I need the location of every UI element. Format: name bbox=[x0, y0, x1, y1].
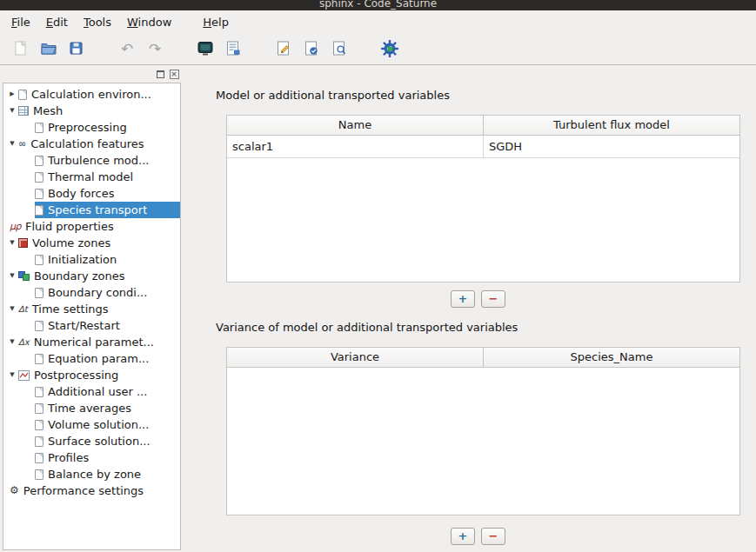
column-header-variance[interactable]: Variance bbox=[227, 348, 484, 367]
variance-table-buttons: + − bbox=[216, 528, 740, 545]
tree-item-calculation-features[interactable]: ▼ ∞ Calculation features bbox=[3, 136, 180, 152]
tree-item-postprocessing[interactable]: ▼ Postprocessing bbox=[3, 367, 180, 383]
models-section-title: Model or additional transported variable… bbox=[216, 89, 740, 103]
dock-close-button[interactable]: × bbox=[169, 69, 179, 79]
tree-item-surface-solution[interactable]: Surface solution... bbox=[3, 433, 180, 449]
calculation-features-icon: ∞ bbox=[18, 139, 26, 150]
tree-item-body-forces[interactable]: Body forces bbox=[3, 185, 180, 202]
tree-item-additional-user-arrays[interactable]: Additional user ... bbox=[3, 383, 180, 400]
cell-turbulent-flux-model[interactable]: SGDH bbox=[483, 136, 739, 157]
chevron-down-icon[interactable]: ▼ bbox=[6, 235, 18, 251]
models-table-buttons: + − bbox=[216, 290, 740, 308]
tree-item-volume-solution[interactable]: Volume solution... bbox=[3, 416, 180, 433]
tree-item-preprocessing[interactable]: Preprocessing bbox=[3, 119, 180, 136]
tree-item-equation-parameters[interactable]: Equation param... bbox=[3, 350, 180, 367]
column-header-species-name[interactable]: Species_Name bbox=[484, 348, 739, 367]
page-icon bbox=[35, 403, 43, 414]
run-gear-icon bbox=[380, 39, 399, 58]
page-icon bbox=[35, 420, 43, 430]
tree-item-initialization[interactable]: Initialization bbox=[3, 251, 180, 268]
chart-icon bbox=[18, 370, 30, 381]
tree-item-start-restart[interactable]: Start/Restart bbox=[3, 317, 180, 334]
tree-item-volume-zones[interactable]: ▼ Volume zones bbox=[3, 235, 180, 251]
redo-button[interactable]: ↷ bbox=[141, 37, 169, 62]
window-titlebar: sphinx - Code_Saturne bbox=[0, 0, 756, 10]
chevron-down-icon[interactable]: ▼ bbox=[6, 334, 18, 350]
menu-window[interactable]: Window bbox=[119, 13, 179, 31]
add-variance-button[interactable]: + bbox=[451, 528, 475, 545]
remove-variance-button[interactable]: − bbox=[481, 528, 505, 545]
dock-float-button[interactable] bbox=[155, 69, 165, 79]
save-file-button[interactable] bbox=[63, 37, 90, 62]
page-icon bbox=[35, 189, 43, 199]
tree-item-mesh[interactable]: ▼ Mesh bbox=[3, 103, 180, 119]
table-row[interactable]: scalar1 SGDH bbox=[227, 136, 739, 158]
page-icon bbox=[35, 387, 43, 397]
edit-document-button[interactable] bbox=[270, 37, 298, 62]
view-document-button[interactable] bbox=[219, 37, 247, 62]
page-icon bbox=[35, 321, 43, 331]
page-icon bbox=[35, 469, 43, 480]
page-icon bbox=[18, 90, 27, 100]
page-icon bbox=[35, 156, 43, 166]
mesh-grid-icon bbox=[18, 106, 29, 116]
menu-tools[interactable]: Tools bbox=[76, 13, 119, 31]
variance-table-header: Variance Species_Name bbox=[227, 348, 739, 368]
column-header-turbulent-flux-model[interactable]: Turbulent flux model bbox=[484, 116, 739, 135]
menu-bar: File Edit Tools Window Help bbox=[0, 10, 756, 33]
save-icon bbox=[67, 39, 86, 58]
undo-icon: ↶ bbox=[121, 42, 133, 57]
chevron-down-icon[interactable]: ▼ bbox=[6, 136, 18, 152]
remove-species-button[interactable]: − bbox=[481, 290, 505, 308]
variance-table-body bbox=[227, 368, 739, 515]
delta-t-icon: Δt bbox=[18, 304, 28, 315]
chevron-down-icon[interactable]: ▼ bbox=[6, 367, 18, 383]
add-species-button[interactable]: + bbox=[451, 290, 475, 308]
column-header-name[interactable]: Name bbox=[227, 116, 484, 135]
tool-bar: ↶ ↷ bbox=[0, 33, 756, 65]
menu-help[interactable]: Help bbox=[195, 13, 237, 31]
float-icon bbox=[157, 70, 164, 78]
tree-item-species-transport[interactable]: Species transport bbox=[3, 202, 180, 218]
page-icon bbox=[35, 453, 43, 463]
page-icon bbox=[35, 354, 43, 364]
open-file-button[interactable] bbox=[35, 37, 63, 62]
tree-item-time-settings[interactable]: ▼ Δt Time settings bbox=[3, 301, 180, 317]
page-icon bbox=[35, 255, 43, 265]
display-monitor-button[interactable] bbox=[191, 37, 219, 62]
species-transport-panel: Model or additional transported variable… bbox=[184, 65, 756, 552]
boundary-zone-icon bbox=[18, 271, 30, 281]
tree-item-turbulence-model[interactable]: Turbulence mod... bbox=[3, 152, 180, 169]
tree-item-fluid-properties[interactable]: μρ Fluid properties bbox=[3, 218, 180, 235]
page-icon bbox=[35, 123, 43, 133]
new-file-button[interactable] bbox=[7, 37, 35, 62]
tree-item-numerical-parameters[interactable]: ▼ Δx Numerical paramet... bbox=[3, 334, 180, 350]
tree-item-profiles[interactable]: Profiles bbox=[3, 449, 180, 466]
tree-item-balance-by-zone[interactable]: Balance by zone bbox=[3, 466, 180, 482]
tree-item-thermal-model[interactable]: Thermal model bbox=[3, 169, 180, 185]
menu-edit[interactable]: Edit bbox=[38, 13, 76, 31]
window-title: sphinx - Code_Saturne bbox=[319, 0, 437, 10]
search-document-button[interactable] bbox=[325, 37, 353, 62]
tree-item-time-averages[interactable]: Time averages bbox=[3, 400, 180, 416]
models-table-header: Name Turbulent flux model bbox=[227, 116, 739, 136]
page-icon bbox=[35, 205, 43, 216]
chevron-down-icon[interactable]: ▼ bbox=[6, 301, 18, 317]
cell-scalar-name[interactable]: scalar1 bbox=[227, 136, 483, 157]
fluid-properties-icon: μρ bbox=[10, 222, 21, 232]
tree-item-boundary-zones[interactable]: ▼ Boundary zones bbox=[3, 268, 180, 284]
tree-item-calculation-environment[interactable]: ▶ Calculation environ... bbox=[3, 86, 180, 103]
undo-button[interactable]: ↶ bbox=[113, 37, 141, 62]
chevron-down-icon[interactable]: ▼ bbox=[6, 268, 18, 284]
menu-file[interactable]: File bbox=[3, 13, 38, 31]
close-icon: × bbox=[170, 70, 179, 79]
tree-item-performance-settings[interactable]: ⚙ Performance settings bbox=[3, 482, 180, 499]
models-table: Name Turbulent flux model scalar1 SGDH bbox=[226, 115, 740, 283]
chevron-right-icon[interactable]: ▶ bbox=[6, 86, 18, 103]
navigation-dock: × ▶ Calculation environ... ▼ Mesh Prepro… bbox=[0, 65, 184, 552]
run-solver-button[interactable] bbox=[376, 37, 404, 62]
check-document-button[interactable] bbox=[298, 37, 325, 62]
tree-item-boundary-conditions[interactable]: Boundary condi... bbox=[3, 284, 180, 301]
open-folder-icon bbox=[39, 39, 58, 58]
chevron-down-icon[interactable]: ▼ bbox=[6, 103, 18, 119]
